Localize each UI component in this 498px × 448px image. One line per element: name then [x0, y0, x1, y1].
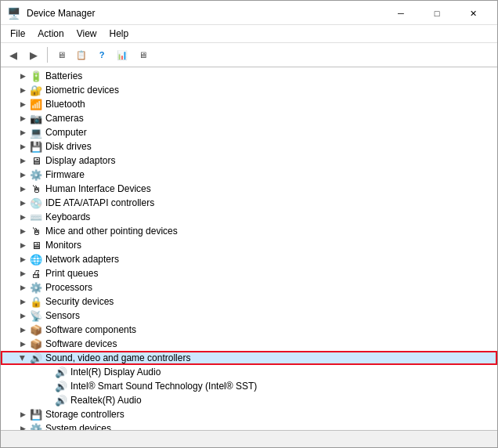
processors-label: Processors [43, 282, 92, 293]
computer-icon-button[interactable]: 🖥 [52, 45, 70, 64]
monitors-label: Monitors [43, 240, 81, 251]
maximize-button[interactable]: □ [419, 5, 455, 21]
tree-item-keyboards[interactable]: ▶ ⌨️ Keyboards [1, 210, 497, 224]
tree-item-firmware[interactable]: ▶ ⚙️ Firmware [1, 168, 497, 182]
tree-item-cameras[interactable]: ▶ 📷 Cameras [1, 111, 497, 125]
security-icon: 🔒 [29, 294, 43, 309]
tree-item-systemdev[interactable]: ▶ ⚙️ System devices [1, 421, 497, 430]
softwaredev-label: Software devices [43, 338, 117, 349]
expand-softwaredev[interactable]: ▶ [16, 337, 29, 351]
tree-item-softwaredev[interactable]: ▶ 📦 Software devices [1, 337, 497, 351]
cameras-icon: 📷 [29, 111, 43, 125]
systemdev-label: System devices [43, 423, 111, 430]
expand-computer[interactable]: ▶ [16, 125, 29, 139]
smartsound-icon: 🔊 [54, 379, 68, 393]
tree-item-sensors[interactable]: ▶ 📡 Sensors [1, 309, 497, 323]
tree-item-displayadaptors[interactable]: ▶ 🖥 Display adaptors [1, 154, 497, 168]
expand-processors[interactable]: ▶ [16, 280, 29, 294]
displayadaptors-icon: 🖥 [29, 154, 43, 168]
expand-diskdrives[interactable]: ▶ [16, 139, 29, 154]
monitor-button[interactable]: 🖥 [133, 45, 152, 64]
expand-firmware[interactable]: ▶ [16, 168, 29, 182]
tree-item-ideata[interactable]: ▶ 💿 IDE ATA/ATAPI controllers [1, 196, 497, 210]
tree-item-mice[interactable]: ▶ 🖱 Mice and other pointing devices [1, 224, 497, 238]
device-manager-window: 🖥️ Device Manager ─ □ ✕ File Action View… [0, 0, 498, 448]
inteldisplay-label: Intel(R) Display Audio [68, 367, 161, 378]
menu-bar: File Action View Help [1, 25, 497, 43]
update-driver-button[interactable]: 📊 [113, 45, 132, 64]
menu-view[interactable]: View [70, 27, 103, 41]
expand-batteries[interactable]: ▶ [16, 69, 29, 83]
title-bar-icon: 🖥️ [7, 7, 20, 20]
tree-item-network[interactable]: ▶ 🌐 Network adapters [1, 252, 497, 266]
monitors-icon: 🖥 [29, 238, 43, 252]
tree-item-inteldisplay[interactable]: ▶ 🔊 Intel(R) Display Audio [1, 365, 497, 379]
expand-network[interactable]: ▶ [16, 252, 29, 266]
firmware-icon: ⚙️ [29, 168, 43, 182]
network-label: Network adapters [43, 254, 119, 265]
tree-item-biometric[interactable]: ▶ 🔐 Biometric devices [1, 83, 497, 97]
expand-ideata[interactable]: ▶ [16, 196, 29, 210]
printqueues-icon: 🖨 [29, 266, 43, 280]
security-label: Security devices [43, 296, 114, 307]
tree-item-computer[interactable]: ▶ 💻 Computer [1, 125, 497, 139]
tree-item-soundvideo[interactable]: ▶ 🔊 Sound, video and game controllers [1, 351, 497, 365]
tree-item-realtek[interactable]: ▶ 🔊 Realtek(R) Audio [1, 393, 497, 407]
minimize-button[interactable]: ─ [383, 5, 419, 21]
tree-item-processors[interactable]: ▶ ⚙️ Processors [1, 280, 497, 294]
batteries-icon: 🔋 [29, 69, 43, 83]
properties-button[interactable]: 📋 [72, 45, 91, 64]
smartsound-label: Intel® Smart Sound Technology (Intel® SS… [68, 381, 257, 392]
storage-icon: 💾 [29, 407, 43, 421]
tree-item-diskdrives[interactable]: ▶ 💾 Disk drives [1, 139, 497, 154]
keyboards-label: Keyboards [43, 211, 90, 222]
tree-item-security[interactable]: ▶ 🔒 Security devices [1, 294, 497, 309]
tree-item-batteries[interactable]: ▶ 🔋 Batteries [1, 69, 497, 83]
title-bar: 🖥️ Device Manager ─ □ ✕ [1, 1, 497, 25]
softwaredev-icon: 📦 [29, 337, 43, 351]
device-tree[interactable]: ▶ 🔋 Batteries ▶ 🔐 Biometric devices ▶ 📶 … [1, 67, 497, 430]
systemdev-icon: ⚙️ [29, 421, 43, 430]
tree-item-softwarecomp[interactable]: ▶ 📦 Software components [1, 323, 497, 337]
expand-softwarecomp[interactable]: ▶ [16, 323, 29, 337]
tree-item-hid[interactable]: ▶ 🖱 Human Interface Devices [1, 182, 497, 196]
diskdrives-icon: 💾 [29, 139, 43, 154]
expand-keyboards[interactable]: ▶ [16, 210, 29, 224]
tree-item-monitors[interactable]: ▶ 🖥 Monitors [1, 238, 497, 252]
expand-storage[interactable]: ▶ [16, 407, 29, 421]
expand-bluetooth[interactable]: ▶ [16, 97, 29, 111]
computer-label: Computer [43, 127, 87, 138]
expand-soundvideo[interactable]: ▶ [16, 352, 30, 364]
processors-icon: ⚙️ [29, 280, 43, 294]
printqueues-label: Print queues [43, 268, 98, 279]
displayadaptors-label: Display adaptors [43, 155, 115, 166]
tree-item-bluetooth[interactable]: ▶ 📶 Bluetooth [1, 97, 497, 111]
tree-item-smartsound[interactable]: ▶ 🔊 Intel® Smart Sound Technology (Intel… [1, 379, 497, 393]
menu-action[interactable]: Action [31, 27, 70, 41]
expand-printqueues[interactable]: ▶ [16, 266, 29, 280]
realtek-icon: 🔊 [54, 393, 68, 407]
back-button[interactable]: ◀ [4, 45, 23, 64]
expand-security[interactable]: ▶ [16, 294, 29, 309]
close-button[interactable]: ✕ [455, 5, 491, 21]
expand-cameras[interactable]: ▶ [16, 111, 29, 125]
mice-label: Mice and other pointing devices [43, 226, 178, 237]
menu-help[interactable]: Help [103, 27, 135, 41]
forward-button[interactable]: ▶ [24, 45, 43, 64]
network-icon: 🌐 [29, 252, 43, 266]
expand-systemdev[interactable]: ▶ [16, 421, 29, 430]
expand-sensors[interactable]: ▶ [16, 309, 29, 323]
expand-biometric[interactable]: ▶ [16, 83, 29, 97]
ideata-icon: 💿 [29, 196, 43, 210]
expand-monitors[interactable]: ▶ [16, 238, 29, 252]
tree-item-printqueues[interactable]: ▶ 🖨 Print queues [1, 266, 497, 280]
bluetooth-icon: 📶 [29, 97, 43, 111]
statusbar [1, 430, 497, 447]
batteries-label: Batteries [43, 70, 82, 81]
expand-displayadaptors[interactable]: ▶ [16, 154, 29, 168]
expand-hid[interactable]: ▶ [16, 182, 29, 196]
expand-mice[interactable]: ▶ [16, 224, 29, 238]
menu-file[interactable]: File [4, 27, 31, 41]
help-button[interactable]: ? [92, 45, 111, 64]
tree-item-storage[interactable]: ▶ 💾 Storage controllers [1, 407, 497, 421]
